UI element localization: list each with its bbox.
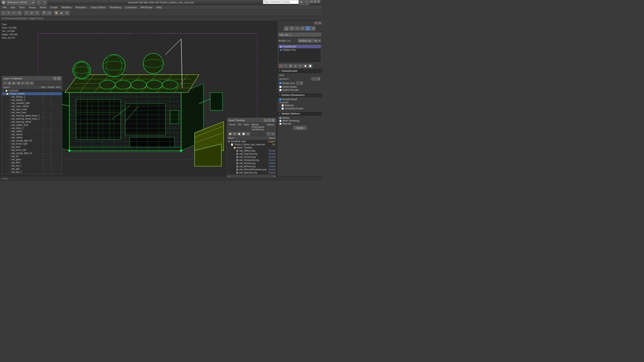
add-to-layer-btn[interactable]: ▶ — [12, 81, 16, 85]
asset-row[interactable]: 🏛 Autodesk Vault Logged — [227, 140, 276, 143]
copy-modifier-btn[interactable]: 📋 — [303, 64, 308, 68]
angle-snap-btn[interactable]: A — [29, 10, 34, 15]
isoline-display-checkbox[interactable] — [279, 86, 282, 88]
pin-btn[interactable]: 📌 — [314, 21, 318, 24]
config-btn[interactable]: ⚙ — [318, 21, 322, 24]
move-down-modifier-btn[interactable]: ▼ — [298, 64, 302, 68]
mirror-btn[interactable]: M — [42, 10, 46, 15]
asset-row[interactable]: 🖼 cab_Fresnel.png Found — [227, 156, 276, 159]
render-setup-btn[interactable]: ⚙ — [64, 10, 70, 15]
layer-row[interactable]: □ cab_sheating_light — — — [2, 102, 62, 105]
snap-btn[interactable]: S — [24, 10, 29, 15]
layer-row[interactable]: □ cab_top_2 — — — [2, 170, 62, 174]
modifier-stack[interactable]: TurboSmooth Editable Poly — [278, 45, 321, 62]
asset-server-menu[interactable]: Server — [228, 123, 236, 131]
layer-options-btn[interactable]: ⚙ — [30, 81, 34, 85]
workspace-dropdown[interactable]: Workspace: Default — [6, 0, 35, 5]
asset-file-menu[interactable]: File — [237, 123, 242, 131]
layer-row[interactable]: □ cab_glass — — — [2, 158, 62, 161]
scale-btn[interactable]: ⊞ — [17, 10, 22, 15]
minimize-btn[interactable]: — — [310, 0, 313, 3]
asset-bitmap-menu[interactable]: Bitmap Performance and Memory — [251, 123, 265, 131]
highlight-layer-btn[interactable]: ✦ — [21, 81, 25, 85]
layers-list[interactable]: ✓ 0 (default) — — 📁 Tractor_Cabine — — □… — [2, 89, 62, 174]
modify-icon-btn[interactable] — [306, 26, 310, 31]
menu-maxscript[interactable]: MAXScript — [139, 5, 154, 10]
menu-group[interactable]: Group — [27, 5, 37, 10]
layer-row[interactable]: □ cab_floor — — — [2, 161, 62, 164]
layer-row[interactable]: □ cab_ceiling — — — [2, 136, 62, 139]
asset-paths-menu[interactable]: Paths — [243, 123, 250, 131]
redo-btn[interactable]: ↷ — [42, 0, 47, 5]
modifier-arrow-btn[interactable]: ▼ — [318, 39, 321, 42]
asset-row[interactable]: 🖼 cab_Glossiness.png Found — [227, 159, 276, 162]
lights-icon-btn[interactable] — [295, 26, 300, 31]
scroll-left-arrow[interactable]: ◀ — [228, 175, 229, 177]
when-rendering-radio[interactable] — [279, 120, 282, 122]
align-btn[interactable]: ⊡ — [47, 10, 52, 15]
layer-row[interactable]: □ cab_seat_main — — — [2, 111, 62, 114]
menu-modifiers[interactable]: Modifiers — [60, 5, 73, 10]
help-btn[interactable]: ? — [304, 0, 310, 5]
asset-row[interactable]: 🖼 cab_Normal.png Found — [227, 162, 276, 165]
menu-tools[interactable]: Tools — [17, 5, 26, 10]
always-radio[interactable] — [279, 117, 282, 119]
layer-row[interactable]: 📁 Tractor_Cabine — — — [2, 92, 62, 95]
menu-animation[interactable]: Animation — [74, 5, 88, 10]
asset-row[interactable]: 🖼 cab_Specular.png Found — [227, 171, 276, 174]
layer-row[interactable]: □ cab_steering_wheel_base_1 — — — [2, 114, 62, 117]
layer-row[interactable]: □ cab_mirror_left — — — [2, 149, 62, 152]
materials-checkbox[interactable] — [282, 104, 284, 107]
layer-row[interactable]: □ cab_body_1 — — — [2, 174, 62, 174]
update-options-section-header[interactable]: ▼ Update Options — [278, 111, 322, 116]
asset-row[interactable]: 🖼 cab_Diffuse.png Found — [227, 149, 276, 152]
layer-row[interactable]: □ cab_top_1 — — — [2, 164, 62, 167]
asset-restore-btn[interactable]: □ — [268, 119, 271, 122]
layer-row[interactable]: □ cab_door — — — [2, 145, 62, 149]
select-btn[interactable]: ↖ — [1, 10, 6, 15]
render-iters-input[interactable] — [296, 81, 303, 85]
layer-row[interactable]: □ cab_orange_light_01 — — — [2, 152, 62, 155]
asset-btn-1[interactable]: 📁 — [228, 132, 232, 136]
asset-btn-5[interactable]: ⚙ — [246, 132, 250, 136]
asset-warning-btn[interactable]: ⚠ — [271, 132, 275, 136]
asset-list[interactable]: 🏛 Autodesk Vault Logged 📄 Tractor_Cabine… — [227, 140, 276, 174]
layer-row[interactable]: □ cab_28 — — — [2, 155, 62, 158]
layer-row[interactable]: □ cab_seat_small — — — [2, 108, 62, 111]
asset-row[interactable]: 📄 Tractor_Cabine_max_vray.max Ok — [227, 143, 276, 146]
scroll-right-arrow[interactable]: ▶ — [274, 175, 276, 177]
layer-row[interactable]: □ cab_main_control — — — [2, 105, 62, 108]
percent-snap-btn[interactable]: % — [35, 10, 40, 15]
camera-icon-btn[interactable] — [300, 26, 305, 31]
pin-modifier-btn[interactable]: 📌 — [278, 64, 283, 68]
hierarchy-icon-btn[interactable] — [311, 26, 316, 31]
maximize-btn[interactable]: □ — [314, 0, 317, 3]
new-layer-btn[interactable]: + — [3, 81, 7, 85]
paste-modifier-btn[interactable]: 📄 — [308, 64, 312, 68]
material-editor-btn[interactable]: 🎨 — [54, 10, 59, 15]
layer-row[interactable]: □ cab_rubber — — — [2, 130, 62, 133]
menu-help[interactable]: Help — [154, 5, 163, 10]
merge-layer-btn[interactable]: ⊕ — [25, 81, 29, 85]
layers-help-btn[interactable]: ? — [54, 77, 56, 80]
asset-btn-3[interactable]: 📋 — [237, 132, 241, 136]
smooth-result-checkbox[interactable] — [279, 98, 282, 100]
menu-views[interactable]: Views — [38, 5, 48, 10]
layers-close-btn[interactable]: ✕ — [58, 77, 60, 80]
add-modifier-btn[interactable]: + — [283, 64, 288, 68]
layer-row[interactable]: □ cab_steering_wheel_base_2 — — — [2, 117, 62, 120]
asset-btn-2[interactable]: 🔗 — [232, 132, 236, 136]
update-button[interactable]: Update — [293, 126, 306, 130]
modifier-editablepoly[interactable]: Editable Poly — [278, 48, 321, 52]
asset-horizontal-scrollbar[interactable]: ◀ ▶ — [227, 174, 276, 177]
asset-close-btn[interactable]: ✕ — [272, 119, 274, 122]
asset-row[interactable]: 🖼 cab_RefractGlossiness.png Found — [227, 168, 276, 171]
menu-customize[interactable]: Customize — [123, 5, 138, 10]
asset-row[interactable]: 🖼 cab_Refract.png Found — [227, 165, 276, 168]
surface-params-section-header[interactable]: ▼ Surface Parameters — [278, 93, 322, 97]
explicit-normals-checkbox[interactable] — [279, 89, 282, 91]
asset-minimize-btn[interactable]: — — [264, 119, 267, 122]
menu-graph-editors[interactable]: Graph Editors — [89, 5, 108, 10]
scroll-track[interactable] — [230, 175, 274, 177]
modifier-turbosmooth[interactable]: TurboSmooth — [278, 45, 321, 48]
